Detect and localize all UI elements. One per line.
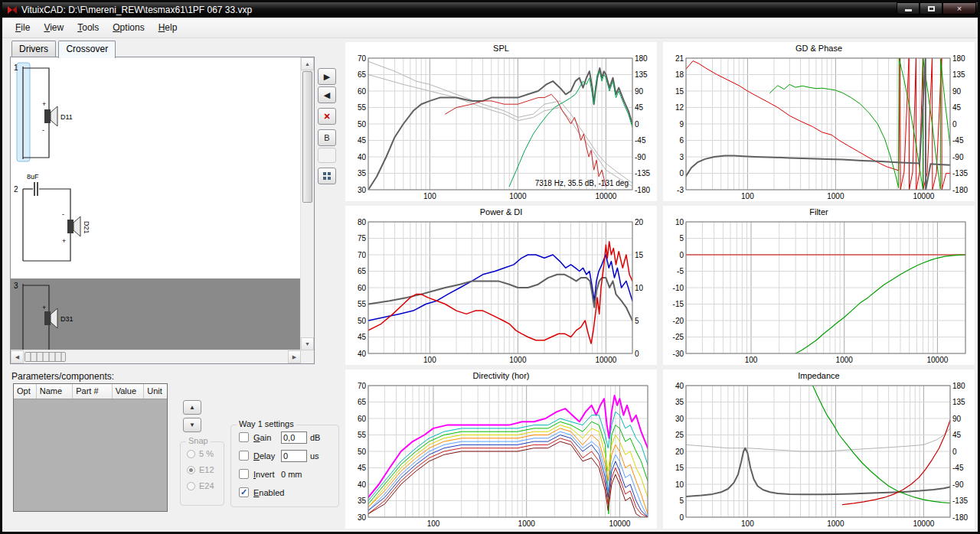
driver-d21-label: D21	[83, 221, 90, 234]
svg-text:0: 0	[679, 513, 684, 522]
menu-help[interactable]: Help	[152, 19, 185, 36]
snap-option-e12[interactable]: E12	[187, 465, 224, 474]
d11-minus: -	[42, 126, 44, 134]
col-part[interactable]: Part #	[73, 384, 112, 399]
svg-text:-10: -10	[673, 284, 684, 292]
delay-input[interactable]	[281, 450, 307, 462]
chart-title: Directivity (hor)	[345, 370, 657, 382]
schematic-horizontal-scrollbar[interactable]: ◀ ▶	[11, 350, 301, 363]
snap-option-e24[interactable]: E24	[187, 481, 224, 490]
svg-text:-135: -135	[952, 497, 968, 505]
svg-text:-90: -90	[952, 153, 964, 161]
svg-text:0: 0	[952, 120, 957, 129]
svg-text:40: 40	[358, 153, 367, 161]
svg-text:5: 5	[635, 317, 639, 325]
radio-selected-icon	[187, 466, 195, 474]
reorder-buttons: ▲ ▼	[183, 400, 201, 435]
back-button[interactable]: ◀	[318, 86, 336, 103]
svg-text:55: 55	[358, 300, 367, 308]
menu-tools[interactable]: Tools	[70, 19, 106, 36]
svg-text:50: 50	[358, 317, 367, 325]
chart-spl-plot[interactable]: 70656055504540353018013590450-45-90-135-…	[345, 54, 657, 201]
menu-view[interactable]: View	[37, 19, 70, 36]
invert-checkbox[interactable]	[239, 469, 249, 479]
chart-gd-phase-plot[interactable]: 211815129630-318013590450-45-90-135-1801…	[663, 54, 975, 201]
svg-text:90: 90	[952, 87, 962, 96]
svg-text:-5: -5	[677, 267, 684, 275]
svg-text:10000: 10000	[595, 356, 616, 364]
svg-text:0: 0	[679, 251, 684, 259]
move-down-icon[interactable]: ▼	[183, 418, 201, 432]
crossover-schematic[interactable]: 1 2 3 8uF D11 D21 D31 + - + - +	[11, 57, 301, 350]
svg-text:-3: -3	[677, 186, 684, 194]
svg-text:65: 65	[358, 70, 367, 79]
svg-text:60: 60	[358, 87, 367, 96]
delay-row: Delay us	[239, 449, 338, 462]
chart-filter: Filter 1050-5-10-15-20-25-30100100010000	[663, 206, 975, 365]
parameters-table-body[interactable]	[14, 399, 167, 511]
scroll-left-icon[interactable]: ◀	[11, 350, 24, 363]
chart-title: GD & Phase	[663, 42, 975, 54]
svg-text:-135: -135	[952, 169, 968, 177]
arrange-icon	[322, 171, 332, 181]
svg-text:0: 0	[952, 448, 957, 456]
close-icon: ×	[957, 5, 962, 13]
menu-file[interactable]: File	[8, 19, 37, 36]
chart-power-di-plot[interactable]: 80757065605550454020151050100100010000	[345, 218, 657, 365]
svg-text:20: 20	[635, 218, 644, 226]
col-value[interactable]: Value	[113, 384, 145, 399]
chart-filter-plot[interactable]: 1050-5-10-15-20-25-30100100010000	[663, 218, 975, 365]
scrollbar-corner	[301, 350, 314, 363]
run-button[interactable]: ▶	[318, 68, 336, 85]
scroll-up-icon[interactable]: ▲	[301, 57, 314, 70]
arrange-button[interactable]	[318, 168, 336, 184]
svg-text:10: 10	[675, 218, 684, 226]
svg-text:70: 70	[358, 251, 367, 259]
horizontal-scroll-thumb[interactable]	[24, 352, 66, 362]
svg-text:-25: -25	[673, 333, 684, 341]
scroll-down-icon[interactable]: ▼	[301, 337, 314, 350]
snap-option-5pct[interactable]: 5 %	[187, 449, 224, 458]
scroll-right-icon[interactable]: ▶	[288, 350, 301, 363]
bypass-button[interactable]: B	[318, 129, 336, 146]
chart-directivity-plot[interactable]: 706560555045403530100100010000	[345, 382, 657, 529]
svg-text:6: 6	[679, 136, 684, 145]
svg-text:10000: 10000	[913, 519, 934, 528]
svg-text:5: 5	[679, 234, 684, 243]
titlebar[interactable]: VituixCAD: D:\F\mereni_REW\tesmax61\1PF …	[2, 2, 978, 18]
chart-directivity: Directivity (hor) 7065605550454035301001…	[345, 370, 657, 529]
radio-icon	[187, 482, 195, 490]
svg-text:9: 9	[679, 120, 684, 129]
svg-text:135: 135	[952, 70, 965, 79]
way1-settings-group: Way 1 settings Gain dB Delay us Invert 0…	[230, 425, 339, 507]
svg-text:180: 180	[635, 54, 648, 63]
gain-checkbox[interactable]	[239, 432, 249, 442]
vertical-scroll-thumb[interactable]	[302, 71, 312, 203]
col-name[interactable]: Name	[37, 384, 74, 399]
delay-checkbox[interactable]	[239, 451, 249, 461]
svg-text:21: 21	[675, 54, 684, 63]
svg-text:50: 50	[358, 448, 367, 456]
chart-title: Power & DI	[345, 206, 657, 218]
d31-plus: +	[42, 304, 46, 311]
svg-text:180: 180	[952, 54, 965, 63]
col-opt[interactable]: Opt	[14, 384, 37, 399]
tab-drivers[interactable]: Drivers	[11, 41, 56, 57]
maximize-button[interactable]	[920, 2, 942, 15]
svg-text:0: 0	[635, 350, 639, 358]
chart-impedance-plot[interactable]: 403530252015105018013590450-45-90-135-18…	[663, 382, 975, 529]
tab-crossover[interactable]: Crossover	[58, 41, 116, 58]
col-unit[interactable]: Unit	[144, 384, 167, 399]
delete-button[interactable]: ✕	[318, 108, 336, 125]
enabled-checkbox-checked[interactable]: ✓	[239, 487, 249, 497]
close-button[interactable]: ×	[942, 2, 976, 15]
window-title: VituixCAD: D:\F\mereni_REW\tesmax61\1PF …	[21, 5, 252, 15]
blank-button[interactable]	[318, 148, 336, 163]
schematic-vertical-scrollbar[interactable]: ▲ ▼	[300, 57, 314, 350]
minimize-button[interactable]	[897, 2, 920, 15]
svg-text:-90: -90	[635, 153, 646, 161]
move-up-icon[interactable]: ▲	[183, 400, 201, 415]
svg-text:65: 65	[358, 267, 367, 275]
menu-options[interactable]: Options	[106, 19, 151, 36]
gain-input[interactable]	[281, 431, 307, 444]
